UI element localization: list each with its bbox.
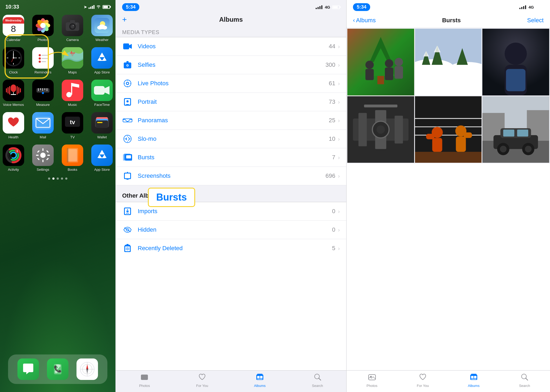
app-label-books: Books: [68, 168, 77, 172]
svg-point-8: [40, 23, 46, 28]
status-bar: 10:33 ➤: [0, 0, 115, 12]
status-bar-albums: 5:34 4G: [116, 0, 346, 13]
svg-rect-198: [464, 132, 472, 138]
svg-rect-10: [70, 20, 75, 23]
svg-rect-217: [471, 376, 473, 378]
tab-photos-bursts[interactable]: Photos: [347, 373, 398, 388]
tab-foryou-bursts[interactable]: For You: [398, 373, 449, 388]
album-icon-videos: [122, 41, 133, 52]
svg-point-108: [127, 65, 128, 66]
app-books[interactable]: Books: [60, 145, 85, 172]
yellow-arrow: [48, 50, 70, 60]
app-voicememos[interactable]: Voice Memos: [1, 80, 26, 107]
bursts-callout: Bursts: [148, 188, 195, 207]
svg-point-211: [500, 146, 507, 152]
albums-header: + Albums: [116, 13, 346, 27]
album-icon-panoramas: [122, 115, 133, 126]
album-name-imports: Imports: [138, 208, 332, 215]
app-label-activity: Activity: [8, 168, 19, 172]
back-label: Albums: [356, 17, 376, 24]
app-appstore-small[interactable]: App Store: [90, 47, 114, 74]
svg-rect-46: [9, 86, 10, 95]
album-item-recentlydeleted[interactable]: Recently Deleted 5 ›: [116, 239, 346, 257]
svg-point-164: [395, 58, 403, 66]
select-button[interactable]: Select: [527, 17, 544, 24]
burst-photo-4[interactable]: [347, 96, 414, 163]
burst-photo-6[interactable]: [482, 96, 549, 163]
app-health[interactable]: Health: [1, 112, 26, 139]
svg-rect-71: [96, 120, 108, 128]
app-label-appstore-small: App Store: [94, 70, 110, 74]
dot-3: [57, 177, 59, 180]
app-activity[interactable]: 1 Activity: [1, 145, 26, 172]
app-music[interactable]: Music: [60, 80, 85, 107]
chevron-bursts: ›: [338, 154, 340, 161]
album-item-slomo[interactable]: Slo-mo 10 ›: [116, 130, 346, 148]
chevron-portrait: ›: [338, 99, 340, 105]
app-camera[interactable]: Camera: [60, 15, 85, 42]
tab-albums-active[interactable]: Albums: [231, 373, 289, 388]
album-item-livephotos[interactable]: Live Photos 61 ›: [116, 74, 346, 93]
tab-label-albums-bursts-active: Albums: [468, 384, 479, 388]
bursts-photo-grid: [347, 28, 550, 164]
bursts-nav: ‹ Albums Bursts Select: [347, 13, 550, 28]
album-item-panoramas[interactable]: Panoramas 25 ›: [116, 111, 346, 130]
album-item-videos[interactable]: Videos 44 ›: [116, 37, 346, 56]
app-label-weather: Weather: [96, 38, 109, 42]
svg-rect-195: [426, 134, 434, 139]
tab-search[interactable]: Search: [289, 373, 346, 388]
app-settings[interactable]: Settings: [31, 145, 55, 172]
app-wallet[interactable]: Wallet: [90, 112, 114, 139]
burst-photo-2[interactable]: [415, 29, 482, 95]
svg-point-178: [505, 43, 527, 65]
album-item-screenshots[interactable]: Screenshots 696 ›: [116, 167, 346, 185]
svg-rect-91: [68, 149, 77, 161]
app-appstore[interactable]: App Store: [90, 145, 114, 172]
album-icon-trash: [122, 243, 133, 254]
dock: 📞: [8, 354, 107, 384]
dock-messages[interactable]: [17, 358, 39, 380]
status-right-bursts: 4G: [519, 5, 544, 9]
tab-photos[interactable]: Photos: [116, 373, 173, 388]
dot-1: [48, 177, 50, 180]
app-label-music: Music: [68, 103, 77, 107]
svg-point-133: [127, 172, 128, 173]
albums-panel: 5:34 4G + Albums Media Types: [115, 0, 346, 392]
album-count-panoramas: 25: [329, 117, 335, 124]
tab-foryou[interactable]: For You: [173, 373, 231, 388]
burst-photo-3[interactable]: [482, 29, 549, 95]
app-mail[interactable]: Mail: [31, 112, 55, 139]
app-facetime[interactable]: FaceTime: [90, 80, 114, 107]
svg-rect-93: [99, 157, 105, 158]
app-weather[interactable]: Weather: [90, 15, 114, 42]
svg-point-14: [73, 25, 74, 26]
burst-photo-5[interactable]: [415, 96, 482, 163]
svg-point-187: [377, 125, 385, 134]
svg-rect-61: [94, 86, 105, 95]
app-label-camera: Camera: [66, 38, 79, 42]
tab-search-bursts[interactable]: Search: [499, 373, 550, 388]
search-tab-icon: [314, 373, 321, 383]
svg-point-212: [525, 146, 532, 152]
album-icon-portrait: [122, 97, 133, 107]
album-item-hidden[interactable]: Hidden 0 ›: [116, 221, 346, 239]
svg-rect-218: [474, 376, 476, 378]
add-album-button[interactable]: +: [122, 15, 127, 24]
app-tv[interactable]: tv TV: [60, 112, 85, 139]
album-item-selfies[interactable]: Selfies 300 ›: [116, 56, 346, 74]
album-name-bursts: Bursts: [138, 154, 332, 161]
dot-5: [65, 177, 67, 180]
dock-safari[interactable]: [77, 358, 98, 380]
burst-photo-1[interactable]: [347, 29, 414, 95]
svg-rect-194: [432, 138, 442, 152]
back-to-albums-button[interactable]: ‹ Albums: [353, 17, 376, 24]
album-item-bursts[interactable]: Bursts 7 ›: [116, 148, 346, 167]
dock-phone[interactable]: 📞: [47, 358, 68, 380]
calendar-date: 8: [11, 24, 16, 34]
chevron-slomo: ›: [338, 136, 340, 142]
app-measure[interactable]: Measure: [31, 80, 55, 107]
tab-albums-bursts-active[interactable]: Albums: [448, 373, 499, 388]
wifi-icon: [96, 4, 101, 10]
album-name-livephotos: Live Photos: [138, 80, 329, 87]
album-item-portrait[interactable]: Portrait 73 ›: [116, 93, 346, 111]
